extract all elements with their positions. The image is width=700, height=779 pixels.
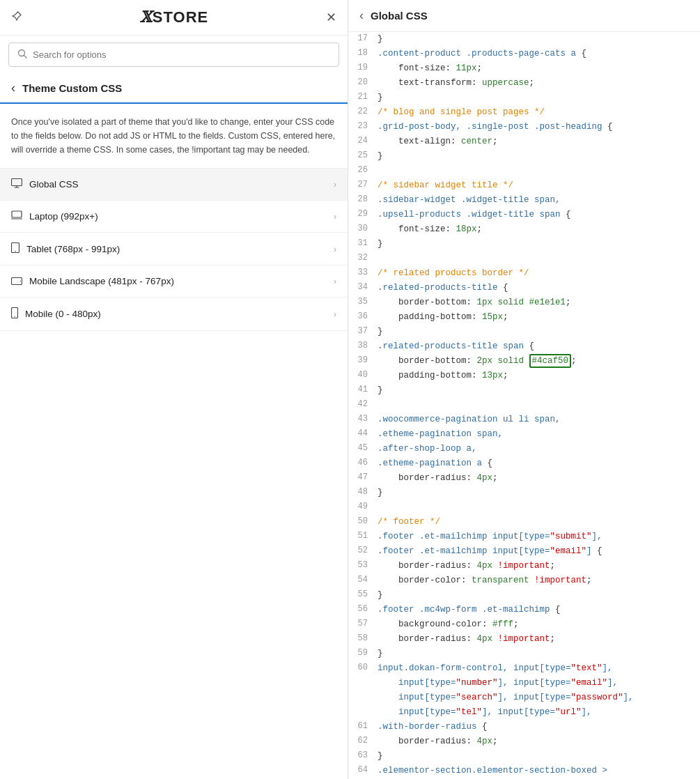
line-content: .content-product .products-page-cats a { bbox=[378, 47, 700, 61]
svg-rect-2 bbox=[12, 179, 22, 186]
line-number: 31 bbox=[348, 237, 378, 251]
code-line: 27/* sidebar widget title */ bbox=[348, 178, 700, 193]
code-line: input[type="search"], input[type="passwo… bbox=[348, 691, 700, 705]
line-number: 48 bbox=[348, 486, 378, 500]
monitor-icon bbox=[11, 178, 22, 190]
code-line: 41} bbox=[348, 383, 700, 398]
code-line: 50/* footer */ bbox=[348, 515, 700, 530]
close-icon[interactable]: ✕ bbox=[326, 10, 336, 25]
line-content: background-color: #fff; bbox=[378, 617, 700, 632]
left-panel: 𝕏STORE ✕ ‹ Theme Custom CSS Once you've … bbox=[0, 0, 348, 779]
code-line: 38.related-products-title span { bbox=[348, 339, 700, 354]
search-bar[interactable] bbox=[8, 43, 339, 67]
line-content: input[type="search"], input[type="passwo… bbox=[378, 691, 700, 705]
search-input[interactable] bbox=[33, 49, 330, 60]
line-number: 36 bbox=[348, 310, 378, 324]
code-area[interactable]: 17}18.content-product .products-page-cat… bbox=[348, 32, 700, 779]
line-content: .footer .mc4wp-form .et-mailchimp { bbox=[378, 603, 700, 617]
line-content: /* sidebar widget title */ bbox=[378, 178, 700, 193]
line-content: .etheme-pagination a { bbox=[378, 456, 700, 471]
code-line: 59} bbox=[348, 647, 700, 661]
line-number: 41 bbox=[348, 383, 378, 397]
code-line: 62 border-radius: 4px; bbox=[348, 734, 700, 749]
nav-item-arrow-global-css: › bbox=[334, 179, 336, 190]
line-content: padding-bottom: 13px; bbox=[378, 369, 700, 383]
line-number: 59 bbox=[348, 647, 378, 661]
line-content: } bbox=[378, 325, 700, 339]
pin-icon[interactable] bbox=[11, 10, 22, 24]
code-line: 30 font-size: 18px; bbox=[348, 222, 700, 237]
line-content: border-color: transparent !important; bbox=[378, 573, 700, 588]
nav-item-global-css[interactable]: Global CSS › bbox=[0, 169, 348, 201]
code-line: 44.etheme-pagination span, bbox=[348, 427, 700, 442]
line-number: 50 bbox=[348, 515, 378, 529]
svg-point-11 bbox=[14, 316, 15, 317]
line-content: .woocommerce-pagination ul li span, bbox=[378, 412, 700, 427]
line-number: 61 bbox=[348, 720, 378, 734]
line-number: 42 bbox=[348, 398, 378, 412]
nav-item-mobile[interactable]: Mobile (0 - 480px) › bbox=[0, 298, 348, 331]
code-line: 61.with-border-radius { bbox=[348, 720, 700, 734]
line-content: .etheme-pagination span, bbox=[378, 427, 700, 442]
nav-items: Global CSS › Laptop (992px+) › bbox=[0, 169, 348, 331]
line-number: 25 bbox=[348, 149, 378, 163]
code-line: 60input.dokan-form-control, input[type="… bbox=[348, 661, 700, 676]
line-number: 19 bbox=[348, 61, 378, 75]
line-number: 56 bbox=[348, 603, 378, 617]
code-line: 34.related-products-title { bbox=[348, 281, 700, 295]
svg-point-9 bbox=[20, 281, 21, 281]
right-panel-title: Global CSS bbox=[371, 10, 428, 22]
nav-item-label-laptop: Laptop (992px+) bbox=[29, 211, 98, 222]
nav-item-tablet[interactable]: Tablet (768px - 991px) › bbox=[0, 233, 348, 265]
line-number: 38 bbox=[348, 339, 378, 353]
back-arrow-right[interactable]: ‹ bbox=[359, 8, 364, 23]
code-line: 32 bbox=[348, 252, 700, 266]
line-number: 39 bbox=[348, 354, 378, 368]
code-line: 54 border-color: transparent !important; bbox=[348, 573, 700, 588]
line-number: 33 bbox=[348, 266, 378, 280]
code-line: 43.woocommerce-pagination ul li span, bbox=[348, 412, 700, 427]
mobile-landscape-icon bbox=[11, 275, 22, 287]
line-content: .upsell-products .widget-title span { bbox=[378, 208, 700, 222]
line-content: } bbox=[378, 91, 700, 105]
svg-point-7 bbox=[15, 251, 16, 252]
code-line: 25} bbox=[348, 149, 700, 164]
code-line: 26 bbox=[348, 164, 700, 178]
line-number: 28 bbox=[348, 193, 378, 207]
line-number: 17 bbox=[348, 32, 378, 46]
line-content: input[type="number"], input[type="email"… bbox=[378, 676, 700, 691]
code-line: 31} bbox=[348, 237, 700, 252]
line-number: 63 bbox=[348, 749, 378, 763]
line-number: 47 bbox=[348, 471, 378, 485]
line-number: 51 bbox=[348, 530, 378, 543]
line-content: .footer .et-mailchimp input[type="submit… bbox=[378, 530, 700, 544]
line-number: 20 bbox=[348, 76, 378, 90]
line-content: text-align: center; bbox=[378, 134, 700, 149]
line-number: 30 bbox=[348, 222, 378, 236]
code-line: 29.upsell-products .widget-title span { bbox=[348, 208, 700, 222]
line-number: 53 bbox=[348, 559, 378, 573]
top-bar: 𝕏STORE ✕ bbox=[0, 0, 348, 36]
line-number: 58 bbox=[348, 632, 378, 646]
code-line: 23.grid-post-body, .single-post .post-he… bbox=[348, 120, 700, 134]
nav-item-label-mobile: Mobile (0 - 480px) bbox=[25, 309, 101, 319]
nav-item-label-global-css: Global CSS bbox=[29, 179, 79, 190]
line-content: border-radius: 4px; bbox=[378, 734, 700, 749]
nav-item-arrow-laptop: › bbox=[334, 211, 336, 222]
line-content: .elementor-section.elementor-section-box… bbox=[378, 764, 700, 778]
code-line: 20 text-transform: uppercase; bbox=[348, 76, 700, 91]
code-line: 48} bbox=[348, 486, 700, 500]
line-content: border-bottom: 1px solid #e1e1e1; bbox=[378, 295, 700, 310]
back-arrow-left[interactable]: ‹ bbox=[11, 81, 15, 95]
line-number: 60 bbox=[348, 661, 378, 675]
line-number: 45 bbox=[348, 442, 378, 456]
code-line: 17} bbox=[348, 32, 700, 47]
nav-item-mobile-landscape[interactable]: Mobile Landscape (481px - 767px) › bbox=[0, 265, 348, 298]
code-line: 42 bbox=[348, 398, 700, 412]
right-panel: ‹ Global CSS 17}18.content-product .prod… bbox=[348, 0, 700, 779]
nav-item-laptop[interactable]: Laptop (992px+) › bbox=[0, 201, 348, 233]
nav-item-arrow-mobile: › bbox=[334, 309, 336, 319]
nav-item-label-mobile-landscape: Mobile Landscape (481px - 767px) bbox=[29, 276, 174, 286]
nav-item-arrow-tablet: › bbox=[334, 244, 336, 254]
logo: 𝕏STORE bbox=[140, 8, 208, 26]
